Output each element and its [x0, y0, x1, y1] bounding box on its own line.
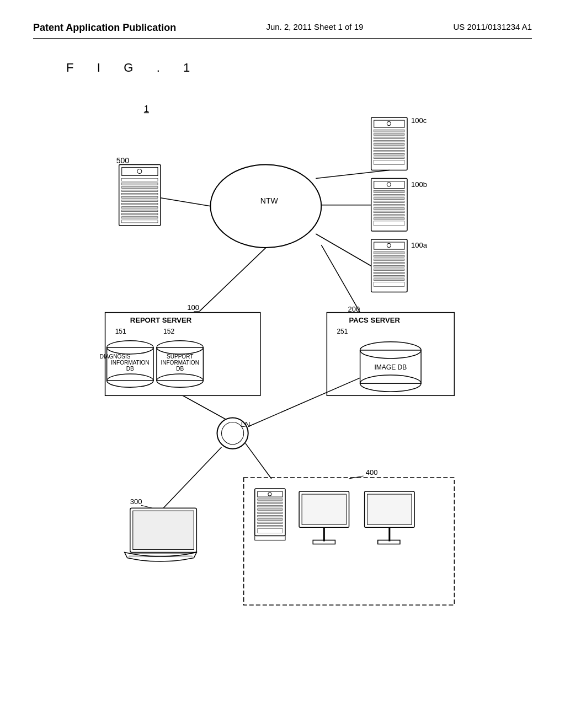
svg-rect-11 — [122, 194, 158, 195]
svg-text:251: 251 — [337, 328, 348, 335]
svg-rect-26 — [374, 133, 404, 135]
svg-text:PACS SERVER: PACS SERVER — [349, 316, 401, 324]
svg-text:151: 151 — [115, 328, 126, 335]
svg-rect-61 — [374, 272, 404, 274]
svg-point-96 — [222, 422, 244, 444]
page: Patent Application Publication Jun. 2, 2… — [0, 0, 565, 728]
svg-rect-28 — [374, 140, 404, 142]
svg-rect-111 — [258, 491, 282, 497]
svg-text:152: 152 — [163, 328, 174, 335]
svg-rect-30 — [374, 147, 404, 148]
svg-rect-41 — [374, 195, 404, 196]
svg-rect-47 — [374, 215, 404, 216]
svg-point-1 — [210, 164, 321, 248]
svg-rect-8 — [122, 183, 158, 185]
svg-rect-34 — [374, 160, 404, 164]
svg-text:100b: 100b — [411, 180, 427, 189]
svg-text:DB: DB — [176, 366, 184, 372]
svg-point-54 — [387, 244, 391, 248]
svg-rect-25 — [374, 130, 404, 132]
svg-rect-62 — [374, 275, 404, 277]
svg-rect-31 — [374, 150, 404, 152]
patent-number: US 2011/0131234 A1 — [453, 22, 532, 31]
svg-rect-29 — [374, 143, 404, 145]
svg-text:LN: LN — [241, 420, 250, 429]
sheet-info: Jun. 2, 2011 Sheet 1 of 19 — [266, 22, 363, 31]
svg-rect-123 — [255, 536, 285, 540]
svg-line-36 — [316, 170, 390, 178]
svg-rect-14 — [122, 204, 158, 205]
svg-line-99 — [248, 378, 360, 426]
svg-rect-56 — [374, 255, 404, 257]
svg-rect-27 — [374, 137, 404, 138]
svg-rect-18 — [122, 217, 158, 218]
svg-rect-7 — [122, 179, 158, 181]
svg-rect-38 — [374, 181, 404, 189]
svg-text:REPORT SERVER: REPORT SERVER — [130, 316, 192, 324]
svg-text:IMAGE DB: IMAGE DB — [374, 363, 407, 371]
svg-rect-122 — [258, 528, 282, 533]
svg-rect-33 — [374, 157, 404, 158]
svg-rect-13 — [122, 200, 158, 202]
svg-rect-48 — [374, 218, 404, 220]
svg-rect-53 — [374, 242, 404, 249]
svg-rect-64 — [374, 282, 404, 286]
svg-point-112 — [268, 493, 271, 496]
svg-rect-44 — [374, 205, 404, 206]
svg-text:INFORMATION: INFORMATION — [111, 360, 149, 366]
svg-rect-117 — [258, 512, 282, 513]
svg-point-24 — [387, 122, 391, 126]
svg-text:100a: 100a — [411, 241, 428, 249]
svg-rect-45 — [374, 208, 404, 210]
svg-line-21 — [161, 198, 210, 206]
svg-text:100: 100 — [187, 303, 199, 312]
svg-rect-40 — [374, 191, 404, 193]
svg-text:DB: DB — [126, 366, 134, 372]
svg-rect-46 — [374, 211, 404, 213]
svg-rect-118 — [258, 515, 282, 517]
svg-text:DIAGNOSIS: DIAGNOSIS — [100, 354, 131, 360]
svg-rect-120 — [258, 522, 282, 523]
svg-text:100c: 100c — [411, 116, 427, 125]
svg-rect-58 — [374, 262, 404, 264]
svg-line-132 — [163, 447, 221, 508]
svg-rect-115 — [258, 505, 282, 507]
svg-point-6 — [137, 169, 142, 173]
publication-label: Patent Application Publication — [33, 22, 176, 34]
svg-rect-116 — [258, 508, 282, 510]
svg-rect-15 — [122, 207, 158, 208]
svg-rect-42 — [374, 198, 404, 200]
svg-text:1: 1 — [144, 104, 149, 114]
svg-rect-32 — [374, 153, 404, 155]
svg-rect-63 — [374, 279, 404, 280]
page-header: Patent Application Publication Jun. 2, 2… — [33, 22, 532, 39]
svg-rect-119 — [258, 518, 282, 520]
svg-rect-57 — [374, 259, 404, 260]
svg-text:400: 400 — [366, 468, 378, 477]
svg-rect-60 — [374, 269, 404, 270]
svg-line-67 — [199, 248, 266, 312]
svg-rect-113 — [258, 499, 282, 500]
svg-rect-17 — [122, 213, 158, 215]
svg-text:300: 300 — [130, 497, 142, 506]
svg-line-86 — [321, 245, 360, 313]
diagram-svg: 1 NTW 500 — [33, 50, 532, 673]
svg-rect-43 — [374, 201, 404, 203]
svg-rect-9 — [122, 187, 158, 189]
svg-text:500: 500 — [116, 156, 130, 165]
svg-point-39 — [387, 183, 391, 186]
svg-line-133 — [246, 443, 271, 479]
svg-rect-59 — [374, 265, 404, 267]
svg-rect-106 — [133, 511, 194, 549]
svg-rect-55 — [374, 251, 404, 254]
svg-rect-12 — [122, 197, 158, 199]
svg-rect-125 — [302, 494, 346, 524]
svg-text:INFORMATION: INFORMATION — [161, 360, 199, 366]
svg-rect-10 — [122, 190, 158, 192]
svg-rect-5 — [122, 167, 158, 175]
svg-rect-129 — [367, 494, 412, 524]
svg-text:NTW: NTW — [260, 196, 279, 205]
svg-rect-16 — [122, 210, 158, 212]
svg-rect-114 — [258, 502, 282, 504]
svg-rect-19 — [122, 220, 158, 223]
